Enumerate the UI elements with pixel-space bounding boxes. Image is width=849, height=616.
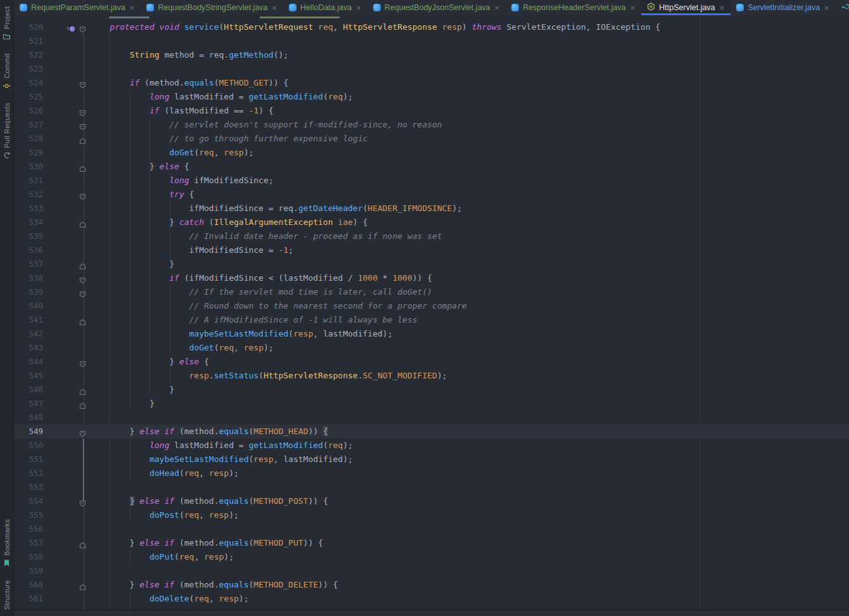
sidebar-item-pull-requests[interactable]: Pull Requests — [3, 103, 11, 160]
tab-requestparamservlet-java[interactable]: RequestParamServlet.java× — [14, 0, 141, 15]
sidebar-item-bookmarks[interactable]: Bookmarks — [3, 519, 11, 567]
line-number[interactable]: 540 — [16, 299, 43, 313]
fold-collapse-icon[interactable] — [79, 428, 86, 435]
line-number[interactable]: 538 — [16, 271, 43, 285]
line-number[interactable]: 533 — [16, 202, 43, 215]
tab-requestbodystringservlet-java[interactable]: RequestBodyStringServlet.java× — [141, 0, 283, 15]
sidebar-item-structure[interactable]: Structure — [3, 580, 11, 610]
line-number[interactable]: 556 — [16, 522, 43, 536]
line-number[interactable]: 534 — [16, 215, 43, 229]
line-number[interactable]: 520 — [16, 20, 43, 34]
line-number[interactable]: 526 — [16, 104, 43, 118]
fold-collapse-icon[interactable] — [79, 121, 86, 128]
line-number[interactable]: 541 — [16, 313, 43, 327]
tab-close-icon[interactable]: × — [824, 4, 830, 12]
tab-responseheaderservlet-java[interactable]: ResponseHeaderServlet.java× — [506, 0, 641, 15]
code-text: String method = req.getMethod(); — [90, 48, 288, 62]
line-number[interactable]: 521 — [16, 34, 43, 48]
tab-close-icon[interactable]: × — [355, 4, 362, 12]
line-number[interactable]: 560 — [16, 578, 43, 592]
tab-close-icon[interactable]: × — [129, 4, 136, 12]
tab-close-icon[interactable]: × — [494, 4, 501, 12]
code-line: 550 long lastModified = getLastModified(… — [14, 439, 849, 452]
code-line: 547 } — [14, 397, 849, 411]
code-text: ifModifiedSince = req.getDateHeader(HEAD… — [90, 202, 462, 215]
tab-requestbodyjsonservlet-java[interactable]: RequestBodyJsonServlet.java× — [367, 0, 506, 15]
line-number[interactable]: 548 — [16, 411, 43, 425]
line-number[interactable]: 544 — [16, 355, 43, 369]
line-number[interactable]: 527 — [16, 118, 43, 132]
code-line: 521 — [14, 34, 849, 48]
line-number[interactable]: 529 — [16, 146, 43, 160]
line-number[interactable]: 539 — [16, 285, 43, 299]
fold-end-icon[interactable] — [79, 135, 86, 142]
line-number[interactable]: 559 — [16, 564, 43, 578]
line-number[interactable]: 554 — [16, 494, 43, 508]
fold-collapse-icon[interactable] — [79, 107, 86, 114]
line-number[interactable]: 561 — [16, 592, 43, 606]
fold-end-icon[interactable] — [79, 163, 86, 170]
fold-collapse-icon[interactable] — [79, 358, 86, 365]
code-text: // A ifModifiedSince of -1 will always b… — [90, 313, 418, 327]
line-number[interactable]: 555 — [16, 508, 43, 522]
code-line: 545 resp.setStatus(HttpServletResponse.S… — [14, 369, 849, 383]
line-number[interactable]: 525 — [16, 90, 43, 104]
code-editor[interactable]: 520 protected void service(HttpServletRe… — [14, 15, 849, 610]
line-number[interactable]: 549 — [16, 425, 43, 439]
fold-end-icon[interactable] — [79, 400, 86, 407]
line-number[interactable]: 557 — [16, 536, 43, 550]
fold-collapse-icon[interactable] — [79, 288, 86, 295]
line-number[interactable]: 532 — [16, 188, 43, 202]
line-number[interactable]: 528 — [16, 132, 43, 146]
line-number[interactable]: 523 — [16, 62, 43, 76]
line-number[interactable]: 531 — [16, 174, 43, 188]
code-line: 559 — [14, 564, 849, 578]
fold-end-icon[interactable] — [79, 316, 86, 323]
code-line: 534 } catch (IllegalArgumentException ia… — [14, 215, 849, 229]
line-number[interactable]: 524 — [16, 76, 43, 90]
fold-end-icon[interactable] — [79, 219, 86, 226]
fold-collapse-icon[interactable] — [79, 274, 86, 281]
line-number[interactable]: 550 — [16, 439, 43, 452]
tab-close-icon[interactable]: × — [271, 4, 278, 12]
line-number[interactable]: 543 — [16, 341, 43, 355]
code-text: protected void service(HttpServletReques… — [90, 20, 660, 34]
fold-end-icon[interactable] — [79, 260, 86, 267]
fold-collapse-icon[interactable] — [79, 79, 86, 86]
code-text: resp.setStatus(HttpServletResponse.SC_NO… — [90, 369, 447, 383]
line-number[interactable]: 545 — [16, 369, 43, 383]
tab-build-gradle-s[interactable]: build.gradle (s — [836, 0, 849, 15]
code-text: // servlet doesn't support if-modified-s… — [90, 118, 442, 132]
fold-collapse-icon[interactable] — [79, 497, 86, 504]
line-number[interactable]: 537 — [16, 257, 43, 271]
line-number[interactable]: 558 — [16, 550, 43, 564]
line-number[interactable]: 536 — [16, 243, 43, 257]
line-number[interactable]: 553 — [16, 480, 43, 494]
sidebar-item-commit[interactable]: Commit — [3, 53, 11, 90]
tab-close-icon[interactable]: × — [719, 4, 725, 12]
fold-end-icon[interactable] — [79, 581, 86, 588]
fold-end-icon[interactable] — [79, 386, 86, 393]
code-line: 531 long ifModifiedSince; — [14, 174, 849, 188]
line-number[interactable]: 530 — [16, 160, 43, 174]
code-text: // Round down to the nearest second for … — [90, 299, 467, 313]
line-number[interactable]: 552 — [16, 466, 43, 480]
tab-servletinitializer-java[interactable]: ServletInitializer.java× — [731, 0, 836, 15]
fold-end-icon[interactable] — [79, 539, 86, 546]
tab-hellodata-java[interactable]: HelloData.java× — [283, 0, 367, 15]
sidebar-item-project[interactable]: Project — [3, 6, 11, 41]
line-number[interactable]: 547 — [16, 397, 43, 411]
line-number[interactable]: 535 — [16, 229, 43, 243]
fold-collapse-icon[interactable] — [79, 191, 86, 198]
editor-pane: RequestParamServlet.java×RequestBodyStri… — [14, 0, 849, 616]
line-number[interactable]: 522 — [16, 48, 43, 62]
line-number[interactable]: 551 — [16, 452, 43, 466]
line-number[interactable]: 542 — [16, 327, 43, 341]
tab-close-icon[interactable]: × — [630, 4, 636, 12]
override-gutter-icon[interactable] — [67, 23, 75, 31]
java-library-icon — [647, 3, 655, 13]
fold-collapse-icon[interactable] — [79, 23, 86, 30]
code-text: // If the servlet mod time is later, cal… — [90, 285, 432, 299]
line-number[interactable]: 546 — [16, 383, 43, 397]
tab-httpservlet-java[interactable]: HttpServlet.java× — [641, 0, 731, 15]
